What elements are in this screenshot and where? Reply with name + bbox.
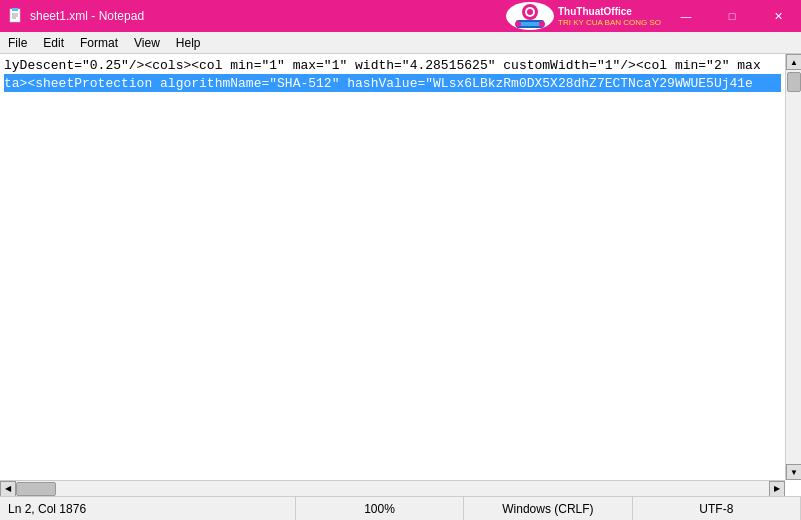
code-line-22 (4, 434, 781, 452)
maximize-button[interactable]: □ (709, 0, 755, 32)
vertical-scrollbar[interactable]: ▲ ▼ (785, 54, 801, 480)
status-bar: Ln 2, Col 1876 100% Windows (CRLF) UTF-8 (0, 496, 801, 520)
status-position: Ln 2, Col 1876 (0, 497, 296, 520)
code-line-15 (4, 308, 781, 326)
code-line-14 (4, 290, 781, 308)
vertical-scroll-thumb[interactable] (787, 72, 801, 92)
svg-point-7 (527, 9, 533, 15)
status-line-ending: Windows (CRLF) (464, 497, 632, 520)
scroll-up-button[interactable]: ▲ (786, 54, 801, 70)
menu-format[interactable]: Format (72, 32, 126, 53)
code-line-8 (4, 182, 781, 200)
menu-edit[interactable]: Edit (35, 32, 72, 53)
brand-name: ThuThuatOffice (558, 6, 661, 18)
code-line-2: ta><sheetProtection algorithmName="SHA-5… (4, 74, 781, 92)
window-controls: — □ ✕ (663, 0, 801, 32)
code-line-9 (4, 200, 781, 218)
code-line-19 (4, 380, 781, 398)
code-line-17 (4, 344, 781, 362)
editor-content[interactable]: lyDescent="0.25"/><cols><col min="1" max… (0, 54, 785, 480)
code-line-7 (4, 164, 781, 182)
svg-point-11 (539, 21, 545, 27)
horizontal-scrollbar[interactable]: ◀ ▶ (0, 480, 785, 496)
brand-text-block: ThuThuatOffice TRI KY CUA BAN CONG SO (558, 6, 661, 27)
code-line-3 (4, 92, 781, 110)
menu-file[interactable]: File (0, 32, 35, 53)
brand-logo: ThuThuatOffice TRI KY CUA BAN CONG SO (506, 0, 661, 32)
scroll-right-button[interactable]: ▶ (769, 481, 785, 497)
code-line-21 (4, 416, 781, 434)
title-bar: sheet1.xml - Notepad ThuThuatOffice TRI … (0, 0, 801, 32)
notepad-icon (8, 8, 24, 24)
code-line-23 (4, 452, 781, 470)
code-line-18 (4, 362, 781, 380)
code-line-20 (4, 398, 781, 416)
svg-rect-1 (12, 8, 18, 11)
window-title: sheet1.xml - Notepad (30, 9, 144, 23)
horizontal-scroll-track[interactable] (16, 481, 769, 496)
status-zoom: 100% (296, 497, 464, 520)
code-line-13 (4, 272, 781, 290)
brand-avatar (506, 2, 554, 30)
close-button[interactable]: ✕ (755, 0, 801, 32)
code-line-16 (4, 326, 781, 344)
menu-view[interactable]: View (126, 32, 168, 53)
code-line-1: lyDescent="0.25"/><cols><col min="1" max… (4, 56, 781, 74)
code-line-24 (4, 470, 781, 480)
svg-point-10 (515, 21, 521, 27)
scroll-left-button[interactable]: ◀ (0, 481, 16, 497)
title-bar-left: sheet1.xml - Notepad (8, 8, 144, 24)
code-line-11 (4, 236, 781, 254)
code-line-10 (4, 218, 781, 236)
editor-container: lyDescent="0.25"/><cols><col min="1" max… (0, 54, 801, 496)
menu-help[interactable]: Help (168, 32, 209, 53)
code-line-4 (4, 110, 781, 128)
code-line-6 (4, 146, 781, 164)
svg-rect-9 (520, 22, 540, 26)
menu-bar: File Edit Format View Help (0, 32, 801, 54)
horizontal-scroll-thumb[interactable] (16, 482, 56, 496)
scroll-down-button[interactable]: ▼ (786, 464, 801, 480)
brand-tagline: TRI KY CUA BAN CONG SO (558, 18, 661, 27)
code-line-5 (4, 128, 781, 146)
minimize-button[interactable]: — (663, 0, 709, 32)
code-line-12 (4, 254, 781, 272)
status-encoding: UTF-8 (633, 497, 801, 520)
